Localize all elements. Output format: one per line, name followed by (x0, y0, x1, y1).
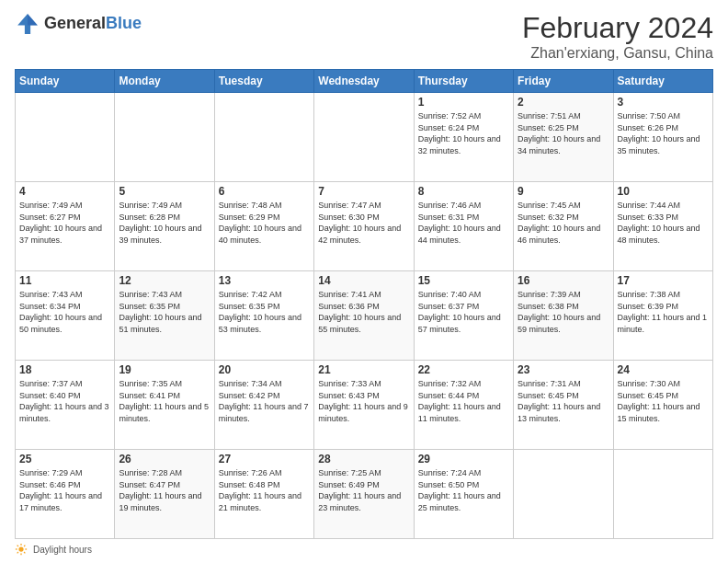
calendar-cell: 10Sunrise: 7:44 AM Sunset: 6:33 PM Dayli… (613, 182, 712, 271)
calendar-cell (16, 93, 115, 182)
svg-point-2 (18, 546, 23, 551)
day-number: 23 (518, 363, 609, 376)
calendar-cell: 22Sunrise: 7:32 AM Sunset: 6:44 PM Dayli… (414, 361, 513, 450)
day-info: Sunrise: 7:51 AM Sunset: 6:25 PM Dayligh… (518, 110, 609, 156)
weekday-header-saturday: Saturday (613, 70, 712, 93)
calendar-cell: 2Sunrise: 7:51 AM Sunset: 6:25 PM Daylig… (514, 93, 613, 182)
calendar-cell: 20Sunrise: 7:34 AM Sunset: 6:42 PM Dayli… (214, 361, 313, 450)
svg-line-7 (17, 546, 18, 546)
day-info: Sunrise: 7:37 AM Sunset: 6:40 PM Dayligh… (19, 378, 110, 424)
day-number: 28 (318, 453, 409, 465)
week-row-4: 18Sunrise: 7:37 AM Sunset: 6:40 PM Dayli… (16, 361, 713, 450)
day-info: Sunrise: 7:35 AM Sunset: 6:41 PM Dayligh… (119, 378, 210, 424)
day-info: Sunrise: 7:45 AM Sunset: 6:32 PM Dayligh… (518, 200, 609, 246)
day-info: Sunrise: 7:30 AM Sunset: 6:45 PM Dayligh… (618, 378, 709, 424)
day-info: Sunrise: 7:29 AM Sunset: 6:46 PM Dayligh… (19, 467, 110, 513)
day-info: Sunrise: 7:49 AM Sunset: 6:28 PM Dayligh… (119, 200, 210, 246)
footer-bar: Daylight hours (15, 543, 713, 556)
day-info: Sunrise: 7:24 AM Sunset: 6:50 PM Dayligh… (418, 467, 509, 513)
weekday-header-monday: Monday (115, 70, 214, 93)
calendar-cell: 11Sunrise: 7:43 AM Sunset: 6:34 PM Dayli… (16, 271, 115, 361)
calendar-cell: 28Sunrise: 7:25 AM Sunset: 6:49 PM Dayli… (314, 450, 414, 539)
title-month: February 2024 (522, 11, 713, 45)
day-number: 18 (19, 363, 110, 376)
calendar-cell: 12Sunrise: 7:43 AM Sunset: 6:35 PM Dayli… (115, 271, 214, 361)
day-number: 19 (119, 363, 210, 376)
day-info: Sunrise: 7:43 AM Sunset: 6:35 PM Dayligh… (119, 289, 210, 335)
svg-marker-1 (28, 14, 38, 25)
calendar-cell: 4Sunrise: 7:49 AM Sunset: 6:27 PM Daylig… (16, 182, 115, 271)
day-number: 14 (318, 274, 409, 287)
svg-line-9 (24, 546, 25, 546)
weekday-header-tuesday: Tuesday (214, 70, 313, 93)
day-number: 9 (518, 185, 609, 198)
calendar-cell: 1Sunrise: 7:52 AM Sunset: 6:24 PM Daylig… (414, 93, 513, 182)
day-number: 6 (219, 185, 310, 198)
weekday-header-row: SundayMondayTuesdayWednesdayThursdayFrid… (16, 70, 713, 93)
day-info: Sunrise: 7:31 AM Sunset: 6:45 PM Dayligh… (518, 378, 609, 424)
day-info: Sunrise: 7:47 AM Sunset: 6:30 PM Dayligh… (318, 200, 409, 246)
title-block: February 2024 Zhan'erxiang, Gansu, China (522, 11, 713, 62)
day-info: Sunrise: 7:49 AM Sunset: 6:27 PM Dayligh… (19, 200, 110, 246)
day-number: 17 (618, 274, 709, 287)
calendar-cell: 25Sunrise: 7:29 AM Sunset: 6:46 PM Dayli… (16, 450, 115, 539)
daylight-label: Daylight hours (33, 545, 92, 555)
day-info: Sunrise: 7:38 AM Sunset: 6:39 PM Dayligh… (618, 289, 709, 335)
day-info: Sunrise: 7:25 AM Sunset: 6:49 PM Dayligh… (318, 467, 409, 513)
day-number: 22 (418, 363, 509, 376)
sun-icon (15, 543, 28, 556)
title-location: Zhan'erxiang, Gansu, China (522, 45, 713, 62)
calendar-cell: 19Sunrise: 7:35 AM Sunset: 6:41 PM Dayli… (115, 361, 214, 450)
day-number: 27 (219, 453, 310, 465)
logo: GeneralBlue (15, 11, 142, 37)
day-info: Sunrise: 7:39 AM Sunset: 6:38 PM Dayligh… (518, 289, 609, 335)
day-number: 10 (618, 185, 709, 198)
day-info: Sunrise: 7:52 AM Sunset: 6:24 PM Dayligh… (418, 110, 509, 156)
calendar-cell: 6Sunrise: 7:48 AM Sunset: 6:29 PM Daylig… (214, 182, 313, 271)
calendar-cell: 13Sunrise: 7:42 AM Sunset: 6:35 PM Dayli… (214, 271, 313, 361)
day-info: Sunrise: 7:34 AM Sunset: 6:42 PM Dayligh… (219, 378, 310, 424)
day-number: 13 (219, 274, 310, 287)
weekday-header-thursday: Thursday (414, 70, 513, 93)
calendar-cell (514, 450, 613, 539)
calendar-cell: 27Sunrise: 7:26 AM Sunset: 6:48 PM Dayli… (214, 450, 313, 539)
calendar-cell: 16Sunrise: 7:39 AM Sunset: 6:38 PM Dayli… (514, 271, 613, 361)
calendar-cell: 15Sunrise: 7:40 AM Sunset: 6:37 PM Dayli… (414, 271, 513, 361)
logo-blue-text: Blue (106, 14, 142, 32)
calendar-cell: 17Sunrise: 7:38 AM Sunset: 6:39 PM Dayli… (613, 271, 712, 361)
day-info: Sunrise: 7:42 AM Sunset: 6:35 PM Dayligh… (219, 289, 310, 335)
day-number: 26 (119, 453, 210, 465)
day-number: 5 (119, 185, 210, 198)
week-row-5: 25Sunrise: 7:29 AM Sunset: 6:46 PM Dayli… (16, 450, 713, 539)
day-number: 11 (19, 274, 110, 287)
day-number: 4 (19, 185, 110, 198)
day-number: 12 (119, 274, 210, 287)
day-number: 15 (418, 274, 509, 287)
day-number: 3 (618, 96, 709, 109)
day-info: Sunrise: 7:46 AM Sunset: 6:31 PM Dayligh… (418, 200, 509, 246)
calendar-table: SundayMondayTuesdayWednesdayThursdayFrid… (15, 69, 713, 539)
day-number: 8 (418, 185, 509, 198)
svg-line-10 (17, 552, 18, 553)
calendar-cell: 21Sunrise: 7:33 AM Sunset: 6:43 PM Dayli… (314, 361, 414, 450)
day-info: Sunrise: 7:43 AM Sunset: 6:34 PM Dayligh… (19, 289, 110, 335)
week-row-3: 11Sunrise: 7:43 AM Sunset: 6:34 PM Dayli… (16, 271, 713, 361)
day-number: 29 (418, 453, 509, 465)
calendar-cell: 5Sunrise: 7:49 AM Sunset: 6:28 PM Daylig… (115, 182, 214, 271)
calendar-cell: 23Sunrise: 7:31 AM Sunset: 6:45 PM Dayli… (514, 361, 613, 450)
day-info: Sunrise: 7:44 AM Sunset: 6:33 PM Dayligh… (618, 200, 709, 246)
logo-general-text: General (44, 14, 106, 32)
day-number: 16 (518, 274, 609, 287)
day-info: Sunrise: 7:32 AM Sunset: 6:44 PM Dayligh… (418, 378, 509, 424)
calendar-cell: 3Sunrise: 7:50 AM Sunset: 6:26 PM Daylig… (613, 93, 712, 182)
calendar-cell: 24Sunrise: 7:30 AM Sunset: 6:45 PM Dayli… (613, 361, 712, 450)
weekday-header-wednesday: Wednesday (314, 70, 414, 93)
calendar-cell (115, 93, 214, 182)
week-row-2: 4Sunrise: 7:49 AM Sunset: 6:27 PM Daylig… (16, 182, 713, 271)
day-info: Sunrise: 7:26 AM Sunset: 6:48 PM Dayligh… (219, 467, 310, 513)
calendar-cell (613, 450, 712, 539)
calendar-cell: 18Sunrise: 7:37 AM Sunset: 6:40 PM Dayli… (16, 361, 115, 450)
calendar-cell: 8Sunrise: 7:46 AM Sunset: 6:31 PM Daylig… (414, 182, 513, 271)
day-info: Sunrise: 7:28 AM Sunset: 6:47 PM Dayligh… (119, 467, 210, 513)
calendar-cell: 29Sunrise: 7:24 AM Sunset: 6:50 PM Dayli… (414, 450, 513, 539)
